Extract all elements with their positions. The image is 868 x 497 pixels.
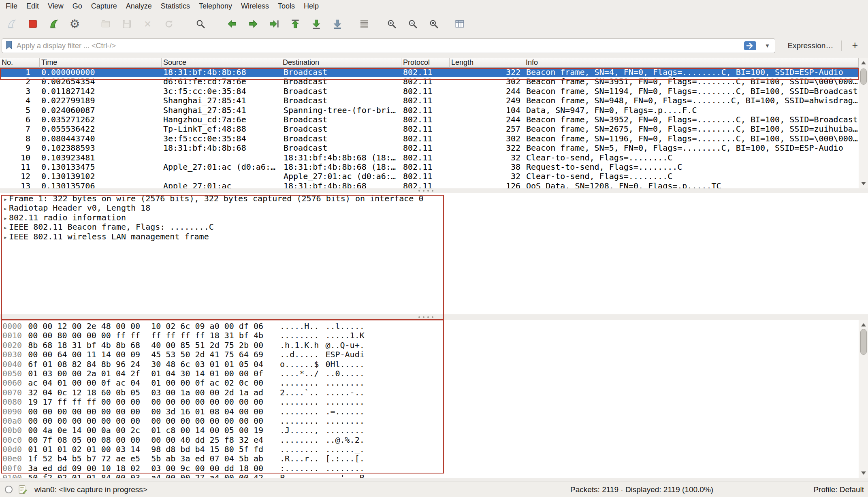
hex-row[interactable]: 001000 00 80 00 00 00 ff ffff ff ff ff 1… bbox=[0, 331, 868, 340]
expand-triangle-icon[interactable]: ▸ bbox=[0, 204, 9, 213]
save-file-button[interactable] bbox=[117, 15, 136, 33]
expand-triangle-icon[interactable]: ▸ bbox=[0, 214, 9, 223]
cell-no: 4 bbox=[0, 96, 40, 105]
menu-go[interactable]: Go bbox=[68, 1, 87, 12]
hex-row[interactable]: 00b000 4a 0e 14 00 0a 00 2c01 c8 00 14 0… bbox=[0, 426, 868, 435]
resize-columns-button[interactable] bbox=[450, 15, 469, 33]
menu-telephony[interactable]: Telephony bbox=[194, 1, 237, 12]
hex-row[interactable]: 005001 03 00 00 2a 01 04 2f01 04 30 14 0… bbox=[0, 369, 868, 378]
packet-row[interactable]: 20.002654354d6:61:fe:cd:7a:6eBroadcast80… bbox=[0, 77, 859, 86]
hex-row[interactable]: 0060ac 04 01 00 00 0f ac 0401 00 00 0f a… bbox=[0, 378, 868, 388]
menu-edit[interactable]: Edit bbox=[22, 1, 43, 12]
scroll-down-icon[interactable] bbox=[859, 179, 868, 188]
hex-row[interactable]: 00a000 00 00 00 00 00 00 0000 00 00 00 0… bbox=[0, 416, 868, 426]
column-header-protocol[interactable]: Protocol bbox=[401, 58, 450, 68]
find-packet-button[interactable] bbox=[191, 15, 210, 33]
packet-row[interactable]: 100.10392348118:31:bf:4b:8b:68 (18:…802.… bbox=[0, 153, 859, 162]
hex-row[interactable]: 009000 00 00 00 00 00 00 0000 3d 16 01 0… bbox=[0, 407, 868, 416]
menu-statistics[interactable]: Statistics bbox=[156, 1, 194, 12]
hex-row[interactable]: 00d001 01 01 02 01 00 03 1498 d8 bd b4 1… bbox=[0, 445, 868, 454]
menu-wireless[interactable]: Wireless bbox=[237, 1, 273, 12]
menu-tools[interactable]: Tools bbox=[273, 1, 299, 12]
filter-dropdown-chevron-icon[interactable]: ▾ bbox=[762, 39, 772, 52]
detail-row[interactable]: ▸Frame 1: 322 bytes on wire (2576 bits),… bbox=[0, 194, 868, 203]
packet-row[interactable]: 90.10238859318:31:bf:4b:8b:68Broadcast80… bbox=[0, 143, 859, 153]
zoom-in-button[interactable] bbox=[382, 15, 401, 33]
zoom-reset-button[interactable] bbox=[424, 15, 443, 33]
detail-row[interactable]: ▸IEEE 802.11 Beacon frame, Flags: ......… bbox=[0, 222, 868, 232]
packet-row[interactable]: 120.130139102Apple_27:01:ac (d0:a6:…802.… bbox=[0, 172, 859, 181]
capture-options-button[interactable]: ⚙ bbox=[65, 15, 84, 33]
expression-button[interactable]: Expression… bbox=[783, 39, 837, 52]
go-back-button[interactable] bbox=[222, 15, 241, 33]
packet-row[interactable]: 50.024060087Shanghai_27:85:41Spanning-tr… bbox=[0, 106, 859, 115]
hex-row[interactable]: 00c000 7f 08 05 00 08 00 0000 00 40 dd 2… bbox=[0, 435, 868, 445]
pane-splitter-bottom[interactable] bbox=[0, 314, 868, 320]
go-first-packet-button[interactable] bbox=[286, 15, 305, 33]
bookmark-icon[interactable] bbox=[5, 40, 13, 52]
detail-row[interactable]: ▸Radiotap Header v0, Length 18 bbox=[0, 203, 868, 213]
expert-info-icon[interactable] bbox=[18, 484, 28, 495]
menu-help[interactable]: Help bbox=[299, 1, 323, 12]
scrollbar-thumb[interactable] bbox=[860, 68, 867, 85]
packet-list-scrollbar[interactable] bbox=[859, 58, 868, 188]
capture-status-icon[interactable] bbox=[5, 486, 13, 493]
restart-capture-button[interactable] bbox=[44, 15, 63, 33]
scroll-up-icon[interactable] bbox=[859, 59, 868, 67]
cell-time: 0.102388593 bbox=[40, 143, 162, 153]
close-file-button[interactable]: × bbox=[138, 15, 157, 33]
packet-row[interactable]: 130.130135706Apple_27:01:ac18:31:bf:4b:8… bbox=[0, 181, 859, 188]
hex-row[interactable]: 008019 17 ff ff ff 00 00 0000 00 00 00 0… bbox=[0, 397, 868, 407]
stop-capture-button[interactable] bbox=[23, 15, 42, 33]
hex-row[interactable]: 010050 f2 02 01 01 84 00 03a4 00 00 27 a… bbox=[0, 473, 868, 478]
cell-protocol: 802.11 bbox=[401, 115, 450, 124]
start-capture-button[interactable] bbox=[2, 15, 21, 33]
colorize-button[interactable] bbox=[354, 15, 373, 33]
column-header-no[interactable]: No. bbox=[0, 58, 40, 68]
reload-file-button[interactable] bbox=[159, 15, 178, 33]
hex-row[interactable]: 003000 00 64 00 11 14 00 0945 53 50 2d 4… bbox=[0, 350, 868, 359]
scroll-down-icon[interactable] bbox=[859, 469, 868, 477]
menu-analyze[interactable]: Analyze bbox=[122, 1, 156, 12]
apply-filter-button[interactable] bbox=[743, 39, 757, 52]
detail-row[interactable]: ▸IEEE 802.11 wireless LAN management fra… bbox=[0, 232, 868, 241]
bytes-scrollbar[interactable] bbox=[859, 320, 868, 478]
hex-row[interactable]: 00f03a ed dd 09 00 10 18 0203 00 9c 00 0… bbox=[0, 464, 868, 473]
hex-row[interactable]: 000000 00 12 00 2e 48 00 0010 02 6c 09 a… bbox=[0, 322, 868, 331]
packet-row[interactable]: 30.0118271423c:f5:cc:0e:35:84Broadcast80… bbox=[0, 87, 859, 96]
display-filter-input[interactable] bbox=[17, 42, 738, 50]
column-header-length[interactable]: Length bbox=[450, 58, 524, 68]
scrollbar-thumb[interactable] bbox=[860, 329, 867, 355]
profile-label[interactable]: Profile: Default bbox=[813, 485, 864, 494]
menu-capture[interactable]: Capture bbox=[87, 1, 122, 12]
expand-triangle-icon[interactable]: ▸ bbox=[0, 195, 9, 204]
go-to-packet-button[interactable] bbox=[264, 15, 284, 33]
hex-row[interactable]: 007032 04 0c 12 18 60 0b 0503 00 1a 00 0… bbox=[0, 388, 868, 397]
packet-row[interactable]: 110.130133475Apple_27:01:ac (d0:a6:…18:3… bbox=[0, 162, 859, 172]
open-file-button[interactable] bbox=[96, 15, 115, 33]
menu-view[interactable]: View bbox=[43, 1, 68, 12]
go-last-packet-button[interactable] bbox=[307, 15, 326, 33]
hex-row[interactable]: 00208b 68 18 31 bf 4b 8b 6840 00 85 51 2… bbox=[0, 341, 868, 350]
packet-row[interactable]: 70.055536422Tp-LinkT_ef:48:88Broadcast80… bbox=[0, 124, 859, 134]
packet-row[interactable]: 40.022799189Shanghai_27:85:41Broadcast80… bbox=[0, 96, 859, 105]
column-header-info[interactable]: Info bbox=[524, 58, 859, 68]
detail-row[interactable]: ▸802.11 radio information bbox=[0, 213, 868, 222]
pane-splitter-top[interactable] bbox=[0, 188, 868, 193]
hex-row[interactable]: 00e01f 52 b4 b5 b7 72 ae e55b ab 3a ed 0… bbox=[0, 454, 868, 463]
expand-triangle-icon[interactable]: ▸ bbox=[0, 233, 9, 242]
packet-row[interactable]: 80.0804437403e:f5:cc:0e:35:84Broadcast80… bbox=[0, 134, 859, 143]
column-header-time[interactable]: Time bbox=[40, 58, 162, 68]
packet-row[interactable]: 10.00000000018:31:bf:4b:8b:68Broadcast80… bbox=[0, 68, 859, 77]
column-header-destination[interactable]: Destination bbox=[281, 58, 401, 68]
menu-file[interactable]: File bbox=[1, 1, 22, 12]
hex-row[interactable]: 00406f 01 08 82 84 8b 96 2430 48 6c 03 0… bbox=[0, 360, 868, 369]
add-filter-button[interactable]: + bbox=[847, 39, 863, 53]
scroll-up-icon[interactable] bbox=[859, 321, 868, 329]
zoom-out-button[interactable] bbox=[403, 15, 422, 33]
column-header-source[interactable]: Source bbox=[162, 58, 281, 68]
expand-triangle-icon[interactable]: ▸ bbox=[0, 223, 9, 233]
packet-row[interactable]: 60.035271262Hangzhou_cd:7a:6eBroadcast80… bbox=[0, 115, 859, 124]
auto-scroll-button[interactable] bbox=[328, 15, 347, 33]
go-forward-button[interactable] bbox=[243, 15, 262, 33]
